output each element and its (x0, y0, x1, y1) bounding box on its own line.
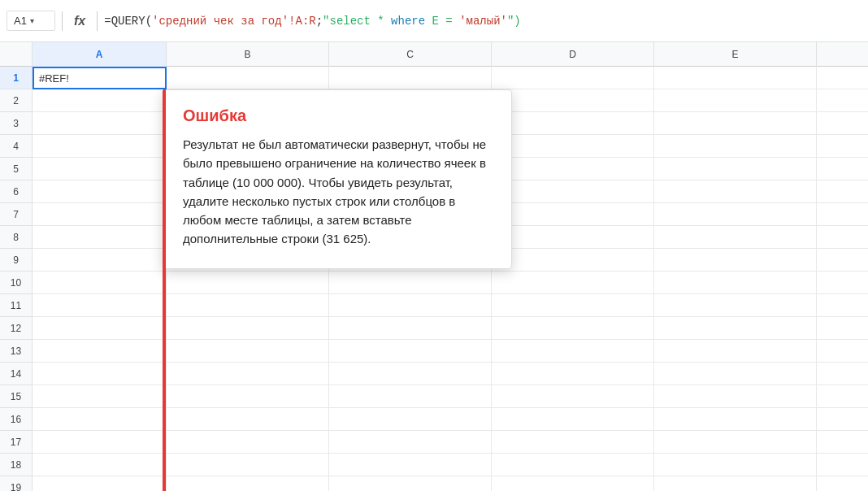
cell-b19[interactable] (167, 476, 329, 491)
cell-e7[interactable] (654, 203, 817, 226)
cell-d12[interactable] (492, 317, 654, 340)
cell-e11[interactable] (654, 294, 817, 317)
cell-a14[interactable] (33, 363, 167, 385)
cell-d13[interactable] (492, 340, 654, 363)
row-header-12[interactable]: 12 (0, 317, 33, 340)
cell-e4[interactable] (654, 135, 817, 158)
column-header-d[interactable]: D (492, 42, 654, 67)
cell-a11[interactable] (33, 294, 167, 317)
cell-b17[interactable] (167, 431, 329, 454)
cell-a2[interactable] (33, 89, 167, 112)
cell-d5[interactable] (492, 158, 654, 180)
cell-d14[interactable] (492, 363, 654, 385)
row-header-14[interactable]: 14 (0, 363, 33, 385)
cell-e8[interactable] (654, 226, 817, 249)
cell-b13[interactable] (167, 340, 329, 363)
cell-a6[interactable] (33, 180, 167, 203)
formula-input[interactable]: =QUERY('средний чек за год'!A:R;"select … (104, 15, 861, 28)
cell-b11[interactable] (167, 294, 329, 317)
cell-a15[interactable] (33, 385, 167, 408)
cell-d2[interactable] (492, 89, 654, 112)
cell-a3[interactable] (33, 112, 167, 135)
cell-e19[interactable] (654, 476, 817, 491)
row-header-15[interactable]: 15 (0, 385, 33, 408)
cell-b10[interactable] (167, 272, 329, 294)
cell-e6[interactable] (654, 180, 817, 203)
cell-a19[interactable] (33, 476, 167, 491)
cell-a7[interactable] (33, 203, 167, 226)
row-header-5[interactable]: 5 (0, 158, 33, 180)
cell-d7[interactable] (492, 203, 654, 226)
cell-a9[interactable] (33, 249, 167, 272)
cell-e13[interactable] (654, 340, 817, 363)
row-header-6[interactable]: 6 (0, 180, 33, 203)
cell-d6[interactable] (492, 180, 654, 203)
cell-e2[interactable] (654, 89, 817, 112)
cell-c16[interactable] (329, 408, 492, 431)
cell-e10[interactable] (654, 272, 817, 294)
cell-d16[interactable] (492, 408, 654, 431)
fx-icon[interactable]: fx (69, 14, 90, 28)
cell-c11[interactable] (329, 294, 492, 317)
cell-a13[interactable] (33, 340, 167, 363)
column-header-a[interactable]: A (33, 42, 167, 67)
cell-b16[interactable] (167, 408, 329, 431)
cell-a16[interactable] (33, 408, 167, 431)
cell-a12[interactable] (33, 317, 167, 340)
cell-e18[interactable] (654, 454, 817, 476)
cell-c19[interactable] (329, 476, 492, 491)
cell-a8[interactable] (33, 226, 167, 249)
row-header-11[interactable]: 11 (0, 294, 33, 317)
cell-e14[interactable] (654, 363, 817, 385)
cell-d17[interactable] (492, 431, 654, 454)
cell-e15[interactable] (654, 385, 817, 408)
row-header-7[interactable]: 7 (0, 203, 33, 226)
cell-c10[interactable] (329, 272, 492, 294)
row-header-4[interactable]: 4 (0, 135, 33, 158)
cell-e12[interactable] (654, 317, 817, 340)
cell-d9[interactable] (492, 249, 654, 272)
column-header-e[interactable]: E (654, 42, 817, 67)
row-header-19[interactable]: 19 (0, 476, 33, 491)
cell-c13[interactable] (329, 340, 492, 363)
cell-e1[interactable] (654, 67, 817, 89)
cell-c14[interactable] (329, 363, 492, 385)
row-header-8[interactable]: 8 (0, 226, 33, 249)
cell-d3[interactable] (492, 112, 654, 135)
cell-d8[interactable] (492, 226, 654, 249)
row-header-3[interactable]: 3 (0, 112, 33, 135)
cell-a17[interactable] (33, 431, 167, 454)
cell-d15[interactable] (492, 385, 654, 408)
cell-b1[interactable] (167, 67, 329, 89)
cell-b15[interactable] (167, 385, 329, 408)
row-header-13[interactable]: 13 (0, 340, 33, 363)
cell-d19[interactable] (492, 476, 654, 491)
cell-b18[interactable] (167, 454, 329, 476)
cell-d11[interactable] (492, 294, 654, 317)
cell-a10[interactable] (33, 272, 167, 294)
cell-c12[interactable] (329, 317, 492, 340)
cell-d1[interactable] (492, 67, 654, 89)
cell-a1[interactable]: #REF! (33, 67, 167, 89)
cell-a5[interactable] (33, 158, 167, 180)
cell-c15[interactable] (329, 385, 492, 408)
cell-d10[interactable] (492, 272, 654, 294)
cell-c17[interactable] (329, 431, 492, 454)
cell-e3[interactable] (654, 112, 817, 135)
cell-d4[interactable] (492, 135, 654, 158)
cell-e5[interactable] (654, 158, 817, 180)
row-header-10[interactable]: 10 (0, 272, 33, 294)
cell-c18[interactable] (329, 454, 492, 476)
cell-reference-box[interactable]: A1 ▾ (7, 11, 55, 31)
row-header-1[interactable]: 1 (0, 67, 33, 89)
cell-e16[interactable] (654, 408, 817, 431)
row-header-16[interactable]: 16 (0, 408, 33, 431)
cell-e17[interactable] (654, 431, 817, 454)
column-header-b[interactable]: B (167, 42, 329, 67)
cell-d18[interactable] (492, 454, 654, 476)
cell-b14[interactable] (167, 363, 329, 385)
cell-a18[interactable] (33, 454, 167, 476)
cell-c1[interactable] (329, 67, 492, 89)
cell-b12[interactable] (167, 317, 329, 340)
row-header-2[interactable]: 2 (0, 89, 33, 112)
